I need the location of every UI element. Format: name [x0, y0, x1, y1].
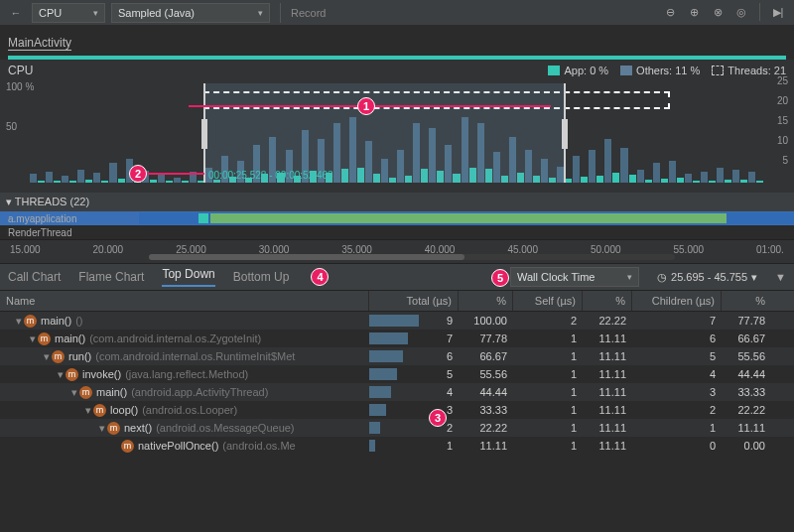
method-name: main(): [41, 315, 71, 327]
package-name: (com.android.internal.os.ZygoteInit): [89, 332, 261, 344]
table-row[interactable]: ▾mrun()(com.android.internal.os.RuntimeI…: [0, 347, 794, 365]
table-header: Name Total (µs) % Self (µs) % Children (…: [0, 291, 794, 312]
profiler-dropdown[interactable]: CPU ▾: [32, 3, 105, 23]
method-icon: m: [24, 315, 37, 328]
method-icon: m: [93, 404, 106, 417]
package-name: (android.os.Looper): [142, 404, 237, 416]
profiler-dropdown-label: CPU: [39, 7, 62, 19]
callout-2: 2: [129, 165, 147, 183]
package-name: (): [75, 315, 82, 327]
callout-line-2: [139, 173, 204, 175]
callout-1: 1: [357, 97, 375, 115]
callout-3: 3: [429, 409, 447, 427]
timeline-tick: 55.000: [674, 244, 705, 255]
tree-toggle-icon[interactable]: ▾: [69, 386, 79, 399]
selection-region[interactable]: [203, 83, 566, 183]
top-toolbar: ← CPU ▾ Sampled (Java) ▾ Record ⊖ ⊕ ⊗ ◎ …: [0, 0, 794, 26]
go-live-button[interactable]: ▶|: [768, 3, 788, 23]
cpu-chart[interactable]: CPU App: 0 % Others: 11 % Threads: 21 10…: [0, 60, 794, 193]
table-row[interactable]: mnativePollOnce()(android.os.Me111.11111…: [0, 437, 794, 455]
table-row[interactable]: ▾mmain()(com.android.internal.os.ZygoteI…: [0, 330, 794, 347]
filter-icon[interactable]: ▼: [775, 271, 786, 283]
col-self-pct[interactable]: %: [583, 291, 632, 311]
method-name: next(): [124, 422, 152, 434]
trace-tabs: Call Chart Flame Chart Top Down Bottom U…: [0, 263, 794, 291]
table-row[interactable]: ▾mnext()(android.os.MessageQueue)222.221…: [0, 419, 794, 437]
tree-toggle-icon[interactable]: ▾: [14, 315, 24, 328]
method-name: nativePollOnce(): [138, 440, 218, 452]
chevron-down-icon: ▾: [258, 8, 263, 18]
package-name: (android.os.MessageQueue): [156, 422, 294, 434]
method-icon: m: [79, 386, 92, 399]
chevron-down-icon: ▾: [751, 271, 757, 284]
callout-4: 4: [311, 268, 329, 286]
cpu-title: CPU: [8, 64, 33, 77]
chevron-down-icon: ▾: [627, 272, 632, 282]
config-dropdown[interactable]: Sampled (Java) ▾: [111, 3, 270, 23]
reset-zoom-button[interactable]: ⊗: [708, 3, 728, 23]
tree-toggle-icon[interactable]: ▾: [56, 368, 66, 381]
tree-toggle-icon[interactable]: ▾: [42, 350, 52, 363]
col-name[interactable]: Name: [0, 291, 369, 311]
col-children-pct[interactable]: %: [722, 291, 771, 311]
thread-row-app[interactable]: a.myapplication: [0, 211, 794, 225]
back-button[interactable]: ←: [6, 3, 26, 23]
process-name[interactable]: MainActivity: [8, 36, 71, 50]
col-total[interactable]: Total (µs): [369, 291, 459, 311]
clock-dropdown[interactable]: Wall Clock Time▾: [510, 267, 639, 287]
col-total-pct[interactable]: %: [459, 291, 513, 311]
timeline-tick: 01:00.: [756, 244, 784, 255]
package-name: (java.lang.reflect.Method): [125, 368, 248, 380]
time-range[interactable]: ◷ 25.695 - 45.755 ▾: [657, 271, 757, 284]
table-row[interactable]: ▾mmain()()9100.00222.22777.78: [0, 312, 794, 330]
method-name: loop(): [110, 404, 138, 416]
tab-bottom-up[interactable]: Bottom Up: [233, 270, 290, 284]
table-body: ▾mmain()()9100.00222.22777.78▾mmain()(co…: [0, 312, 794, 455]
scrollbar-thumb[interactable]: [149, 254, 464, 260]
callout-5: 5: [491, 269, 509, 287]
zoom-out-button[interactable]: ⊖: [660, 3, 680, 23]
divider: [759, 3, 760, 21]
table-row[interactable]: ▾mmain()(android.app.ActivityThread)444.…: [0, 383, 794, 401]
tree-toggle-icon[interactable]: ▾: [28, 332, 38, 345]
method-icon: m: [52, 350, 65, 363]
col-self[interactable]: Self (µs): [513, 291, 583, 311]
method-icon: m: [66, 368, 78, 381]
method-icon: m: [38, 332, 51, 345]
package-name: (android.os.Me: [222, 440, 295, 452]
col-children[interactable]: Children (µs): [632, 291, 722, 311]
selection-range-text: 00:00:25.528 - 00:00:52.463: [208, 170, 333, 181]
timeline-tick: 15.000: [10, 244, 41, 255]
tab-top-down[interactable]: Top Down: [162, 267, 214, 287]
table-row[interactable]: ▾minvoke()(java.lang.reflect.Method)555.…: [0, 365, 794, 383]
method-icon: m: [121, 440, 134, 453]
threads-header[interactable]: THREADS (22): [0, 193, 794, 211]
legend-app: App: 0 %: [548, 65, 608, 76]
method-name: main(): [96, 386, 127, 398]
method-name: main(): [55, 332, 85, 344]
tree-toggle-icon[interactable]: ▾: [97, 422, 107, 435]
process-strip: MainActivity: [0, 26, 794, 60]
timeline-tick: 20.000: [93, 244, 124, 255]
thread-row-render[interactable]: RenderThread: [0, 225, 794, 239]
cpu-right-axis: 252015105: [777, 75, 788, 175]
package-name: (android.app.ActivityThread): [131, 386, 268, 398]
chevron-down-icon: ▾: [93, 8, 98, 18]
selection-handle-right[interactable]: [562, 119, 568, 149]
clock-icon: ◷: [657, 271, 667, 284]
selection-handle-left[interactable]: [201, 119, 207, 149]
config-dropdown-label: Sampled (Java): [118, 7, 195, 19]
table-row[interactable]: ▾mloop()(android.os.Looper)333.33111.112…: [0, 401, 794, 419]
tab-call-chart[interactable]: Call Chart: [8, 270, 61, 284]
legend-threads: Threads: 21: [712, 65, 786, 76]
tab-flame-chart[interactable]: Flame Chart: [78, 270, 144, 284]
method-name: invoke(): [82, 368, 121, 380]
tree-toggle-icon[interactable]: ▾: [83, 404, 93, 417]
method-icon: m: [107, 422, 120, 435]
timeline[interactable]: 15.00020.00025.00030.00035.00040.00045.0…: [0, 239, 794, 263]
package-name: (com.android.internal.os.RuntimeInit$Met: [95, 350, 295, 362]
timeline-scrollbar[interactable]: [149, 254, 675, 260]
zoom-in-button[interactable]: ⊕: [684, 3, 704, 23]
zoom-selection-button[interactable]: ◎: [731, 3, 751, 23]
record-button[interactable]: Record: [280, 3, 335, 23]
